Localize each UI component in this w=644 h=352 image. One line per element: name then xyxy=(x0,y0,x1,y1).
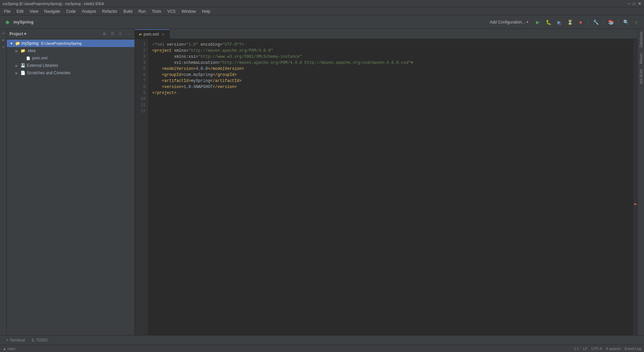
tree-arrow-scratches: ▶ xyxy=(15,71,19,75)
right-sidebar: Database Maven Ant Build xyxy=(637,29,644,335)
debug-button[interactable]: 🐛 xyxy=(544,17,553,27)
editor-content[interactable]: 1 2 3 4 5 6 7 8 9 10 11 12 <?xml version… xyxy=(135,39,637,335)
project-tree: ▼ 📁 mySpring E:\JavaProject\mySpring ▶ 📁… xyxy=(7,39,135,335)
add-configuration-button[interactable]: Add Configuration... ▾ xyxy=(486,18,532,27)
tree-item-ext-libs[interactable]: ▶ 💾 External Libraries xyxy=(7,62,135,69)
tree-arrow-pom xyxy=(20,56,24,60)
panel-filter-button[interactable]: ☴ xyxy=(109,31,116,37)
maximize-button[interactable]: □ xyxy=(633,1,635,6)
status-spaces[interactable]: 4 spaces xyxy=(606,347,621,351)
ext-libs-icon: 💾 xyxy=(20,63,25,68)
editor-tabs: ⇄ pom.xml ✕ xyxy=(135,29,637,39)
panel-gear-button[interactable]: ⛭ xyxy=(117,31,124,37)
code-editor[interactable]: <?xml version="1.0" encoding="UTF-8"?> <… xyxy=(148,39,633,335)
tree-label-ext-libs: External Libraries xyxy=(27,63,58,68)
menu-run[interactable]: Run xyxy=(136,8,149,14)
tree-item-pom[interactable]: 📄 pom.xml xyxy=(7,54,135,62)
tree-arrow-idea: ▶ xyxy=(15,49,19,53)
run-button[interactable]: ▶ xyxy=(533,17,542,27)
menu-edit[interactable]: Edit xyxy=(14,8,26,14)
tree-item-scratches[interactable]: ▶ 📄 Scratches and Consoles xyxy=(7,69,135,77)
code-line-12: </project> xyxy=(152,90,629,96)
menu-build[interactable]: Build xyxy=(121,8,135,14)
tree-label-myspring: mySpring xyxy=(21,41,39,46)
menu-refactor[interactable]: Refactor xyxy=(100,8,120,14)
menu-help[interactable]: Help xyxy=(199,8,213,14)
minimize-button[interactable]: − xyxy=(628,1,630,6)
project-structure-button[interactable]: 📚 xyxy=(606,17,615,27)
panel-settings-button[interactable]: ⚙ xyxy=(101,31,108,37)
add-config-label: Add Configuration... xyxy=(490,20,525,25)
code-line-9: <version>1.0-SNAPSHOT</version> xyxy=(152,84,629,90)
coverage-button[interactable]: ▶̲ xyxy=(554,17,564,27)
status-encoding[interactable]: UTF-8 xyxy=(591,347,602,351)
title-bar: mySpring [E:\JavaProject\mySpring] - myS… xyxy=(0,0,644,7)
tree-arrow-ext-libs: ▶ xyxy=(15,63,19,68)
code-line-8: <artifactId>mySpring</artifactId> xyxy=(152,78,629,84)
stop-button[interactable]: ■ xyxy=(576,17,585,27)
tab-xml-icon: ⇄ xyxy=(139,33,142,36)
status-bar: ▲ main 1:1 LF UTF-8 4 spaces Event Log xyxy=(0,345,644,352)
search-everywhere-button[interactable]: 🔍 xyxy=(621,17,631,27)
project-panel: Project ▾ ⚙ ☴ ⛭ − ▼ 📁 mySpring E:\JavaPr… xyxy=(7,29,135,335)
project-name-label: mySpring xyxy=(13,19,34,25)
add-config-dropdown-icon[interactable]: ▾ xyxy=(527,20,528,24)
todo-label: 6: TODO xyxy=(32,338,48,343)
tree-arrow-myspring: ▼ xyxy=(9,41,13,45)
editor-scrollbar[interactable] xyxy=(633,39,637,335)
tree-label-pom: pom.xml xyxy=(32,56,47,60)
project-panel-title: Project ▾ xyxy=(9,32,100,36)
bottom-tab-todo[interactable]: 6: TODO xyxy=(28,336,51,345)
toolbar: ◆ mySpring Add Configuration... ▾ ▶ 🐛 ▶̲… xyxy=(0,15,644,29)
menu-analyze[interactable]: Analyze xyxy=(79,8,99,14)
project-folder-icon: 📁 xyxy=(15,41,20,46)
scratches-icon: 📄 xyxy=(20,70,25,76)
checkmark-icon: ✓ xyxy=(632,17,641,27)
left-icon-project[interactable]: 1 xyxy=(0,30,6,36)
tree-path-myspring: E:\JavaProject\mySpring xyxy=(41,41,82,45)
build-button[interactable]: 🔧 xyxy=(591,17,600,27)
menu-file[interactable]: File xyxy=(1,8,13,14)
tab-close-button[interactable]: ✕ xyxy=(161,32,165,37)
code-line-2: <project xmlns="http://maven.apache.org/… xyxy=(152,48,629,54)
close-button[interactable]: ✕ xyxy=(638,1,641,6)
xml-file-icon: 📄 xyxy=(25,55,31,61)
left-icon-structure[interactable]: 2 xyxy=(0,44,6,50)
main-area: 1 ★ 2 Project ▾ ⚙ ☴ ⛭ − ▼ 📁 mySpring E:\… xyxy=(0,29,644,335)
code-line-5: <modelVersion>4.0.0</modelVersion> xyxy=(152,66,629,72)
menu-vcs[interactable]: VCS xyxy=(165,8,178,14)
right-sidebar-ant-build[interactable]: Ant Build xyxy=(639,68,643,85)
tree-item-myspring[interactable]: ▼ 📁 mySpring E:\JavaProject\mySpring xyxy=(7,40,135,47)
error-marker xyxy=(634,204,637,205)
code-line-3: xmlns:xsi="http://www.w3.org/2001/XMLSch… xyxy=(152,54,629,60)
profile-button[interactable]: ⏳ xyxy=(565,17,575,27)
tab-pom-xml[interactable]: ⇄ pom.xml ✕ xyxy=(135,29,170,39)
idea-folder-icon: 📁 xyxy=(20,48,25,53)
tree-label-scratches: Scratches and Consoles xyxy=(27,71,70,75)
menu-window[interactable]: Window xyxy=(179,8,199,14)
panel-minimize-button[interactable]: − xyxy=(125,31,132,37)
terminal-label: Terminal xyxy=(10,338,25,343)
menu-bar: File Edit View Navigate Code Analyze Ref… xyxy=(0,7,644,15)
status-event-log[interactable]: Event Log xyxy=(625,347,641,351)
left-icon-favorites[interactable]: ★ xyxy=(0,37,6,43)
right-sidebar-maven[interactable]: Maven xyxy=(639,51,643,65)
tab-pom-label: pom.xml xyxy=(144,32,159,37)
right-sidebar-database[interactable]: Database xyxy=(639,30,643,49)
project-panel-header: Project ▾ ⚙ ☴ ⛭ − xyxy=(7,29,135,39)
status-lf[interactable]: LF xyxy=(583,347,587,351)
bottom-tabs: > Terminal 6: TODO xyxy=(0,335,644,345)
bottom-tab-terminal[interactable]: > Terminal xyxy=(3,336,28,345)
editor-area: ⇄ pom.xml ✕ 1 2 3 4 5 6 7 8 9 10 11 12 xyxy=(135,29,637,335)
menu-code[interactable]: Code xyxy=(63,8,78,14)
code-line-4: xsi:schemaLocation="http://maven.apache.… xyxy=(152,60,629,66)
menu-navigate[interactable]: Navigate xyxy=(42,8,63,14)
menu-view[interactable]: View xyxy=(27,8,41,14)
menu-tools[interactable]: Tools xyxy=(149,8,164,14)
terminal-icon: > xyxy=(6,338,8,343)
code-line-7: <groupId>com.mySpring</groupId> xyxy=(152,72,629,78)
status-position: 1:1 xyxy=(574,347,579,351)
left-sidebar: 1 ★ 2 xyxy=(0,29,7,335)
tree-item-idea[interactable]: ▶ 📁 .idea xyxy=(7,47,135,54)
title-text: mySpring [E:\JavaProject\mySpring] - myS… xyxy=(3,2,104,6)
